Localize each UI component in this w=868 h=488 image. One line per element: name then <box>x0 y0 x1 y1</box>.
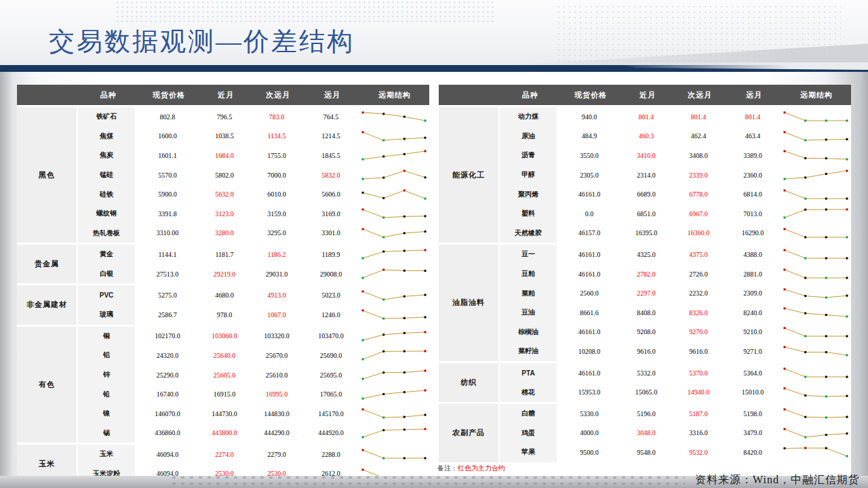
sparkline-chart <box>781 343 851 359</box>
forward-structure-sparkline <box>781 323 851 342</box>
next-far-month-cell: 3316.0 <box>672 424 725 443</box>
forward-structure-sparkline <box>359 107 429 127</box>
sparkline-chart <box>359 108 429 125</box>
near-month-cell: 4325.0 <box>620 245 672 264</box>
spot-price-cell: 10208.0 <box>558 342 620 361</box>
forward-structure-sparkline <box>781 382 851 402</box>
far-month-cell: 764.5 <box>303 107 359 127</box>
spot-price-cell: 46161.0 <box>558 184 620 204</box>
near-month-cell: 25640.0 <box>199 346 250 365</box>
next-far-month-cell: 3159.0 <box>250 204 303 224</box>
far-month-cell: 145170.0 <box>303 404 359 424</box>
spot-price-cell: 940.0 <box>558 107 620 127</box>
far-month-cell: 15010.0 <box>725 382 781 402</box>
forward-structure-sparkline <box>781 204 851 224</box>
variety-cell: 棕榈油 <box>500 323 558 342</box>
next-far-month-cell: 3408.0 <box>672 146 725 165</box>
sparkline-chart <box>359 167 429 183</box>
near-month-cell: 5632.0 <box>199 184 250 204</box>
forward-structure-sparkline <box>359 404 429 424</box>
variety-cell: PTA <box>500 363 558 383</box>
forward-structure-sparkline <box>359 445 429 464</box>
spot-price-cell: 46161.0 <box>558 245 620 264</box>
near-month-cell: 103060.0 <box>199 327 250 346</box>
table-row: 铜102170.0103060.0103320.0103470.0 <box>78 327 429 346</box>
near-month-cell: 1038.5 <box>199 127 250 146</box>
spot-price-cell: 1144.1 <box>136 245 199 264</box>
spot-price-cell: 484.9 <box>558 127 620 146</box>
next-far-month-cell: 2279.0 <box>250 445 303 464</box>
table-row: 塑料0.06851.06967.07013.0 <box>500 204 851 224</box>
variety-cell: 焦炭 <box>78 146 136 165</box>
dot-pattern-decoration <box>115 0 495 23</box>
table-row: 豆油8661.68408.08326.08240.0 <box>500 303 851 323</box>
next-far-month-cell: 1067.0 <box>250 305 303 325</box>
next-far-month-cell: 6967.0 <box>672 204 725 224</box>
table-row: 黄金1144.11181.71186.21189.9 <box>78 245 429 264</box>
variety-header: 品种 <box>501 85 559 105</box>
sparkline-chart <box>359 225 429 241</box>
table-note: 备注：红色为主力合约 <box>437 464 505 473</box>
variety-cell: 黄金 <box>78 245 136 264</box>
forward-structure-sparkline <box>359 224 429 243</box>
spot-price-cell: 16740.0 <box>136 384 199 404</box>
commodity-group: 贵金属黄金1144.11181.71186.21189.9白银27513.029… <box>17 245 429 283</box>
spot-price-cell: 25290.0 <box>136 365 199 385</box>
spot-price-cell: 3391.8 <box>136 204 199 224</box>
variety-cell: 甲醇 <box>500 165 558 185</box>
table-row: 鸡蛋4000.03048.03316.03479.0 <box>500 424 851 443</box>
variety-cell: 螺纹钢 <box>78 204 136 224</box>
near-month-cell: 3410.0 <box>620 146 672 165</box>
variety-cell: 热轧卷板 <box>78 224 136 243</box>
variety-cell: 棉花 <box>500 382 558 402</box>
next-far-month-cell: 103320.0 <box>250 327 303 346</box>
far-month-cell: 1246.0 <box>303 305 359 325</box>
spot-price-cell: 2305.0 <box>558 165 620 185</box>
variety-cell: 玉米 <box>78 445 136 464</box>
near-month-cell: 796.5 <box>199 107 250 127</box>
sparkline-chart <box>781 304 851 321</box>
sparkline-chart <box>781 384 851 401</box>
forward-structure-sparkline <box>781 283 851 303</box>
sparkline-chart <box>359 425 429 441</box>
spot-price-cell: 46157.0 <box>558 224 620 243</box>
variety-cell: 硅铁 <box>78 184 136 204</box>
far-month-cell: 5606.0 <box>303 184 359 204</box>
variety-cell: 锌 <box>78 365 136 385</box>
far-month-cell: 1214.5 <box>303 127 359 146</box>
table-row: 棉花15953.015065.014940.015010.0 <box>500 382 851 402</box>
sparkline-chart <box>781 246 851 262</box>
table-row: 聚丙烯46161.06689.06778.06814.0 <box>500 184 851 204</box>
forward-structure-sparkline <box>359 365 429 385</box>
next-far-month-cell: 9616.0 <box>672 342 725 361</box>
commodity-group: 有色铜102170.0103060.0103320.0103470.0铝2432… <box>17 327 429 443</box>
next-far-month-cell: 25610.0 <box>250 365 303 385</box>
table-row: 菜粕2560.02297.02232.02309.0 <box>500 283 851 303</box>
forward-structure-sparkline <box>359 346 429 365</box>
far-month-cell: 16290.0 <box>725 224 781 243</box>
sparkline-chart <box>359 246 429 262</box>
variety-cell: 天然橡胶 <box>500 224 558 243</box>
next-far-month-cell: 5370.0 <box>672 363 725 383</box>
next-far-month-cell: 783.0 <box>250 107 303 127</box>
variety-cell: 菜粕 <box>500 283 558 303</box>
near-month-cell: 5802.0 <box>199 165 250 185</box>
near-month-cell: 2782.0 <box>620 264 672 284</box>
near-month-cell: 9548.0 <box>620 443 672 462</box>
slide-header: 交易数据观测—价差结构 <box>0 0 868 65</box>
far-month-cell: 801.4 <box>725 107 781 127</box>
far-month-cell: 2360.0 <box>725 165 781 185</box>
spot-price-cell: 46161.0 <box>558 363 620 383</box>
table-row: 铁矿石802.8796.5783.0764.5 <box>78 107 429 127</box>
near-month-cell: 3123.0 <box>199 204 250 224</box>
table-row: PVC5275.04680.04913.05023.0 <box>78 285 429 305</box>
next-far-month-cell: 9270.0 <box>672 323 725 342</box>
category-cell: 有色 <box>17 327 78 443</box>
forward-structure-header: 远期结构 <box>360 85 429 105</box>
category-cell: 农副产品 <box>439 404 500 462</box>
next-far-month-cell: 4913.0 <box>250 285 303 305</box>
next-far-month-header: 次远月 <box>252 85 304 105</box>
forward-structure-sparkline <box>359 285 429 305</box>
forward-structure-header: 远期结构 <box>782 85 851 105</box>
table-row: 螺纹钢3391.83123.03159.03169.0 <box>78 204 429 224</box>
